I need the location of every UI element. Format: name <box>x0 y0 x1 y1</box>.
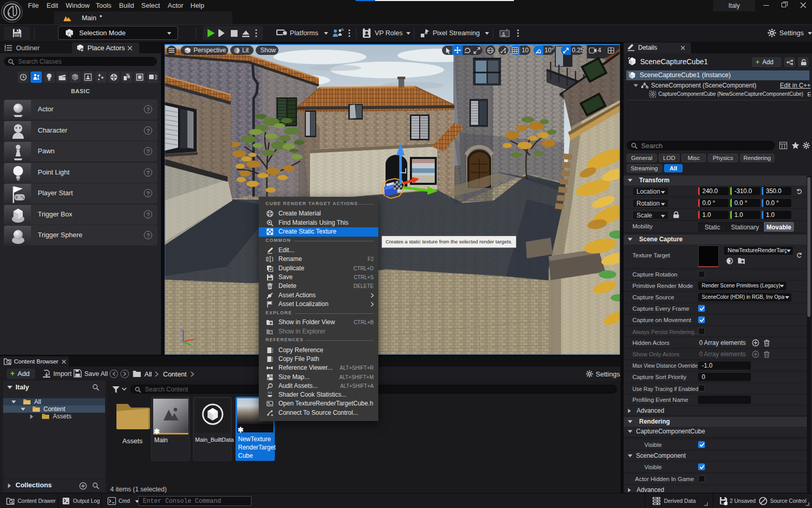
svg-text:z: z <box>180 328 183 333</box>
svg-text:x: x <box>195 336 197 341</box>
svg-text:✱: ✱ <box>724 501 728 506</box>
svg-text:y: y <box>193 345 195 350</box>
